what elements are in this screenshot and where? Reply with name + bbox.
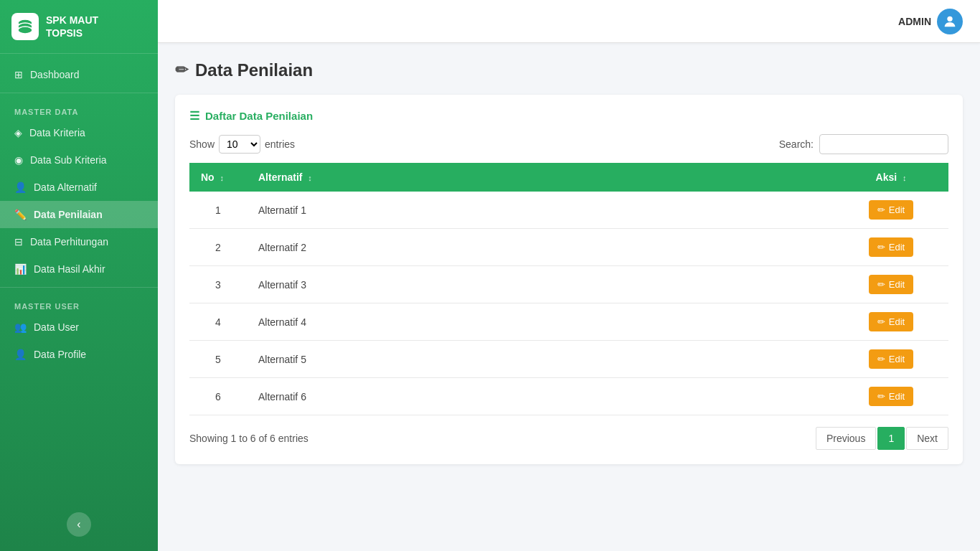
- page-1-button[interactable]: 1: [877, 427, 905, 450]
- cell-alternatif: Alternatif 3: [247, 266, 834, 303]
- edit-button-4[interactable]: ✏ Edit: [869, 312, 913, 331]
- user-menu[interactable]: ADMIN: [898, 9, 963, 34]
- page-title: ✏ Data Penilaian: [175, 60, 963, 80]
- table-row: 2 Alternatif 2 ✏ Edit: [189, 229, 948, 266]
- edit-icon: ✏: [877, 204, 885, 215]
- sort-icon-no: ↕: [220, 174, 225, 182]
- sidebar-item-label: Data Penilaian: [34, 209, 103, 220]
- sidebar-item-data-alternatif[interactable]: 👤 Data Alternatif: [0, 174, 158, 201]
- cell-no: 5: [189, 341, 247, 378]
- cell-no: 1: [189, 192, 247, 229]
- cell-no: 2: [189, 229, 247, 266]
- cell-aksi: ✏ Edit: [834, 229, 948, 266]
- table-row: 3 Alternatif 3 ✏ Edit: [189, 266, 948, 303]
- sidebar-item-data-perhitungan[interactable]: ⊟ Data Perhitungan: [0, 228, 158, 255]
- sidebar-item-data-penilaian[interactable]: ✏️ Data Penilaian: [0, 201, 158, 228]
- sidebar-item-data-kriteria[interactable]: ◈ Data Kriteria: [0, 119, 158, 146]
- table-body: 1 Alternatif 1 ✏ Edit 2 Alternatif 2 ✏ E…: [189, 192, 948, 415]
- edit-icon: ✏: [877, 242, 885, 253]
- svg-point-3: [947, 16, 952, 21]
- sidebar-item-label: Data Sub Kriteria: [30, 154, 107, 166]
- edit-button-5[interactable]: ✏ Edit: [869, 349, 913, 369]
- edit-button-6[interactable]: ✏ Edit: [869, 387, 913, 406]
- sidebar-item-label: Data Perhitungan: [30, 236, 108, 248]
- sort-icon-aksi: ↕: [903, 174, 907, 182]
- previous-button[interactable]: Previous: [816, 427, 876, 450]
- sidebar-item-data-user[interactable]: 👥 Data User: [0, 314, 158, 341]
- show-entries-control: Show 10 25 50 100 entries: [189, 135, 295, 154]
- sidebar-item-dashboard[interactable]: ⊞ Dashboard: [0, 61, 158, 88]
- criteria-icon: ◈: [14, 127, 22, 138]
- sort-icon-alternatif: ↕: [308, 174, 312, 182]
- sidebar-item-data-hasil-akhir[interactable]: 📊 Data Hasil Akhir: [0, 255, 158, 283]
- cell-alternatif: Alternatif 2: [247, 229, 834, 266]
- cell-alternatif: Alternatif 1: [247, 192, 834, 229]
- penilaian-icon: ✏️: [14, 209, 27, 220]
- avatar: [937, 9, 963, 34]
- sidebar: SPK MAUT TOPSIS ⊞ Dashboard MASTER DATA …: [0, 0, 158, 551]
- cell-no: 3: [189, 266, 247, 303]
- topbar: ADMIN: [158, 0, 980, 43]
- col-no[interactable]: No ↕: [189, 163, 247, 192]
- edit-button-2[interactable]: ✏ Edit: [869, 237, 913, 257]
- next-button[interactable]: Next: [906, 427, 948, 450]
- table-row: 6 Alternatif 6 ✏ Edit: [189, 378, 948, 415]
- pagination-buttons: Previous 1 Next: [816, 427, 948, 450]
- search-box: Search:: [779, 134, 948, 154]
- cell-aksi: ✏ Edit: [834, 303, 948, 341]
- app-title: SPK MAUT TOPSIS: [46, 14, 98, 39]
- edit-button-1[interactable]: ✏ Edit: [869, 200, 913, 220]
- sidebar-collapse-button[interactable]: ‹: [67, 512, 91, 537]
- entries-per-page-select[interactable]: 10 25 50 100: [219, 135, 260, 154]
- edit-button-3[interactable]: ✏ Edit: [869, 275, 913, 294]
- sidebar-logo: SPK MAUT TOPSIS: [0, 0, 158, 54]
- app-logo-icon: [11, 13, 39, 40]
- data-penilaian-card: ☰ Daftar Data Penilaian Show 10 25 50 10…: [175, 95, 963, 464]
- cell-alternatif: Alternatif 6: [247, 378, 834, 415]
- search-input[interactable]: [819, 134, 948, 154]
- search-label: Search:: [779, 138, 814, 150]
- user-icon: 👥: [14, 321, 27, 333]
- svg-point-2: [18, 27, 32, 34]
- page-content: ✏ Data Penilaian ☰ Daftar Data Penilaian…: [158, 43, 980, 551]
- cell-no: 4: [189, 303, 247, 341]
- hasil-icon: 📊: [14, 263, 27, 275]
- showing-info: Showing 1 to 6 of 6 entries: [189, 433, 308, 444]
- table-controls: Show 10 25 50 100 entries Search:: [189, 134, 948, 154]
- perhitungan-icon: ⊟: [14, 236, 23, 248]
- edit-icon: ✏: [877, 316, 885, 327]
- master-user-section-label: MASTER USER: [0, 292, 158, 314]
- cell-no: 6: [189, 378, 247, 415]
- sidebar-item-label: Data Kriteria: [29, 127, 85, 138]
- data-penilaian-table: No ↕ Alternatif ↕ Aksi ↕ 1 Alternatif 1: [189, 163, 948, 415]
- cell-alternatif: Alternatif 4: [247, 303, 834, 341]
- col-alternatif[interactable]: Alternatif ↕: [247, 163, 834, 192]
- alternatif-icon: 👤: [14, 182, 27, 193]
- cell-aksi: ✏ Edit: [834, 266, 948, 303]
- dashboard-icon: ⊞: [14, 69, 23, 80]
- master-data-section-label: MASTER DATA: [0, 98, 158, 119]
- sidebar-item-label: Data User: [34, 321, 79, 333]
- sub-criteria-icon: ◉: [14, 154, 23, 166]
- cell-aksi: ✏ Edit: [834, 378, 948, 415]
- table-row: 4 Alternatif 4 ✏ Edit: [189, 303, 948, 341]
- entries-label: entries: [265, 138, 295, 150]
- col-aksi[interactable]: Aksi ↕: [834, 163, 948, 192]
- sidebar-item-data-sub-kriteria[interactable]: ◉ Data Sub Kriteria: [0, 146, 158, 174]
- table-header: No ↕ Alternatif ↕ Aksi ↕: [189, 163, 948, 192]
- edit-icon: ✏: [877, 391, 885, 402]
- sidebar-item-label: Data Alternatif: [34, 182, 97, 193]
- sidebar-item-data-profile[interactable]: 👤 Data Profile: [0, 341, 158, 368]
- sidebar-navigation: ⊞ Dashboard MASTER DATA ◈ Data Kriteria …: [0, 54, 158, 551]
- cell-aksi: ✏ Edit: [834, 192, 948, 229]
- edit-icon: ✏: [877, 354, 885, 364]
- sidebar-item-label: Data Hasil Akhir: [34, 263, 105, 275]
- table-icon: ☰: [189, 109, 199, 123]
- page-title-icon: ✏: [175, 61, 188, 80]
- edit-icon: ✏: [877, 279, 885, 290]
- cell-aksi: ✏ Edit: [834, 341, 948, 378]
- card-header: ☰ Daftar Data Penilaian: [189, 109, 948, 123]
- pagination-area: Showing 1 to 6 of 6 entries Previous 1 N…: [189, 427, 948, 450]
- sidebar-item-label: Data Profile: [34, 349, 86, 360]
- table-row: 1 Alternatif 1 ✏ Edit: [189, 192, 948, 229]
